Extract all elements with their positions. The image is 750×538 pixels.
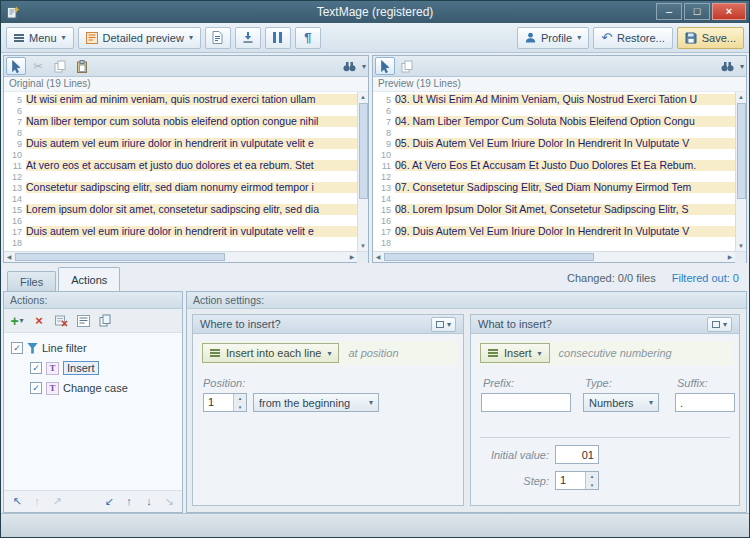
line-text (26, 105, 357, 116)
copy-button[interactable] (50, 57, 70, 75)
app-window: TextMage (registered) – □ × Menu ▾ Detai… (0, 0, 750, 538)
position-stepper[interactable]: 1 ▴ ▾ (203, 393, 247, 412)
step-stepper[interactable]: 1 ▴ ▾ (555, 471, 599, 490)
tab-files[interactable]: Files (7, 271, 56, 291)
initial-value-input[interactable] (555, 445, 599, 464)
select-mode-button[interactable] (375, 57, 395, 75)
delete-all-actions-button[interactable] (52, 312, 70, 330)
scroll-down-icon[interactable]: ▼ (358, 241, 368, 251)
scroll-left-icon[interactable]: ◀ (373, 254, 383, 260)
paste-button[interactable] (72, 57, 92, 75)
position-from-dropdown[interactable]: from the beginning ▾ (253, 393, 379, 412)
paste-icon (76, 60, 88, 73)
suffix-input[interactable] (675, 393, 735, 412)
what-preset-button[interactable]: ▾ (707, 317, 732, 332)
preview-pane: ▾ Preview (19 Lines) 503. Ut Wisi Enim A… (372, 55, 747, 263)
where-preset-button[interactable]: ▾ (431, 317, 456, 332)
vertical-scrollbar[interactable]: ▲ ▼ (735, 92, 746, 251)
tabs-row: Files Actions Changed: 0/0 files Filtere… (1, 263, 749, 291)
move-item-down-button[interactable]: ↓ (141, 494, 157, 510)
spin-up-icon[interactable]: ▴ (586, 472, 598, 481)
move-to-end-button[interactable]: ↘ (161, 494, 177, 510)
text-line-16: 16 (4, 215, 357, 226)
add-action-button[interactable]: + ▾ (8, 312, 26, 330)
type-dropdown[interactable]: Numbers ▾ (583, 393, 659, 412)
scroll-right-icon[interactable]: ▶ (347, 254, 357, 260)
pause-preview-button[interactable] (265, 27, 291, 49)
line-number: 8 (373, 128, 395, 138)
chevron-down-icon[interactable]: ▾ (362, 62, 366, 71)
line-text (395, 237, 735, 248)
save-label: Save... (702, 32, 736, 44)
scroll-down-icon[interactable]: ▼ (736, 241, 746, 251)
menu-button[interactable]: Menu ▾ (6, 27, 74, 49)
action-tree: ✓Line filter✓TInsert✓TChange case (4, 333, 182, 490)
checkbox-icon[interactable]: ✓ (30, 382, 42, 394)
scrollbar-thumb[interactable] (359, 103, 368, 199)
scrollbar-thumb[interactable] (737, 103, 746, 199)
pause-icon (272, 32, 284, 43)
spin-down-icon[interactable]: ▾ (234, 403, 246, 412)
tree-item-insert[interactable]: ✓TInsert (6, 358, 180, 378)
line-number: 6 (373, 106, 395, 116)
spin-down-icon[interactable]: ▾ (586, 481, 598, 490)
profile-button[interactable]: Profile ▾ (517, 27, 589, 49)
what-mode-dropdown[interactable]: Insert ▾ (480, 343, 550, 363)
save-button[interactable]: Save... (677, 27, 744, 49)
chevron-down-icon[interactable]: ▾ (740, 62, 744, 71)
show-formatting-button[interactable]: ¶ (295, 27, 321, 49)
checkbox-icon[interactable]: ✓ (30, 362, 42, 374)
line-number: 8 (4, 128, 26, 138)
tree-item-change-case[interactable]: ✓TChange case (6, 378, 180, 398)
spin-up-icon[interactable]: ▴ (234, 394, 246, 403)
move-item-up-button[interactable]: ↑ (121, 494, 137, 510)
where-mode-dropdown[interactable]: Insert into each line ▾ (202, 343, 339, 363)
restore-button[interactable]: ↶ Restore... (593, 27, 673, 49)
cut-button[interactable]: ✂ (28, 57, 48, 75)
text-line-11: 11At vero eos et accusam et justo duo do… (4, 160, 357, 171)
save-disk-icon (685, 32, 697, 44)
scroll-right-icon[interactable]: ▶ (725, 254, 735, 260)
scroll-left-icon[interactable]: ◀ (4, 254, 14, 260)
minimize-button[interactable]: – (656, 3, 682, 20)
copy-button[interactable] (397, 57, 417, 75)
scrollbar-thumb[interactable] (384, 253, 594, 261)
scroll-up-icon[interactable]: ▲ (736, 92, 746, 102)
original-caption: Original (19 Lines) (4, 77, 368, 92)
search-button[interactable] (718, 57, 738, 75)
apply-actions-button[interactable] (235, 27, 261, 49)
refresh-preview-button[interactable] (205, 27, 231, 49)
chevron-down-icon: ▾ (447, 320, 451, 329)
vertical-scrollbar[interactable]: ▲ ▼ (357, 92, 368, 251)
scrollbar-thumb[interactable] (15, 253, 225, 261)
preview-text-area[interactable]: 503. Ut Wisi Enim Ad Minim Veniam, Quis … (373, 92, 735, 251)
step-value[interactable]: 1 (556, 472, 585, 489)
move-to-start-button[interactable]: ↙ (101, 494, 117, 510)
checkbox-icon[interactable]: ✓ (11, 342, 23, 354)
edit-action-button[interactable] (74, 312, 92, 330)
scroll-up-icon[interactable]: ▲ (358, 92, 368, 102)
select-mode-button[interactable] (6, 57, 26, 75)
move-up-button[interactable]: ↑ (29, 494, 45, 510)
preview-mode-button[interactable]: Detailed preview ▾ (78, 27, 201, 49)
tab-actions[interactable]: Actions (58, 267, 120, 291)
original-pane: ✂ (3, 55, 369, 263)
search-button[interactable] (340, 57, 360, 75)
prefix-input[interactable] (481, 393, 571, 412)
horizontal-scrollbar[interactable]: ◀ ▶ (373, 251, 746, 262)
delete-action-button[interactable]: × (30, 312, 48, 330)
position-value[interactable]: 1 (204, 394, 233, 411)
line-text: 08. Lorem Ipsum Dolor Sit Amet, Consetet… (395, 204, 735, 215)
line-text: Consetetur sadipscing elitr, sed diam no… (26, 182, 357, 193)
tree-item-line-filter[interactable]: ✓Line filter (6, 338, 180, 358)
profile-label: Profile (541, 32, 572, 44)
move-in-button[interactable]: ↗ (49, 494, 65, 510)
horizontal-scrollbar[interactable]: ◀ ▶ (4, 251, 368, 262)
close-button[interactable]: × (712, 3, 746, 20)
duplicate-action-button[interactable] (96, 312, 114, 330)
line-number: 13 (373, 183, 395, 193)
move-out-button[interactable]: ↖ (9, 494, 25, 510)
maximize-button[interactable]: □ (684, 3, 710, 20)
line-number: 10 (4, 150, 26, 160)
original-text-area[interactable]: 5Ut wisi enim ad minim veniam, quis nost… (4, 92, 357, 251)
